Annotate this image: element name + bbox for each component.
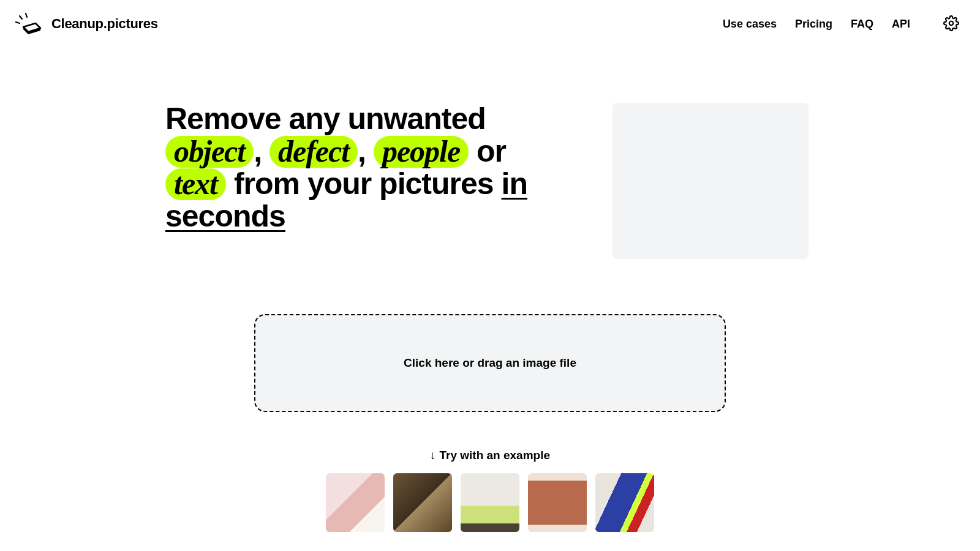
headline-sep2: , [358,134,374,168]
logo-group: Cleanup.pictures [12,12,158,36]
example-thumb-room[interactable] [461,473,519,532]
dropzone-label: Click here or drag an image file [404,356,576,370]
hero: Remove any unwanted object, defect, peop… [165,103,815,259]
example-thumbnails [165,473,815,532]
highlight-defect: defect [270,136,358,168]
main: Remove any unwanted object, defect, peop… [165,48,815,532]
gear-icon [943,15,959,33]
examples-section: ↓ Try with an example [165,449,815,532]
example-thumb-jacket[interactable] [528,473,587,532]
examples-heading: ↓ Try with an example [430,449,550,462]
upload-dropzone[interactable]: Click here or drag an image file [254,314,726,412]
nav-api[interactable]: API [892,18,910,31]
examples-label-text: Try with an example [439,449,550,462]
nav-use-cases[interactable]: Use cases [723,18,777,31]
headline-pre: Remove any unwanted [165,102,486,136]
svg-point-3 [949,21,954,25]
nav-pricing[interactable]: Pricing [795,18,832,31]
nav-faq[interactable]: FAQ [851,18,873,31]
demo-preview-placeholder [612,103,809,259]
example-thumb-bag[interactable] [326,473,385,532]
headline: Remove any unwanted object, defect, peop… [165,103,557,232]
settings-button[interactable] [941,13,962,36]
example-thumb-desk[interactable] [393,473,452,532]
highlight-text: text [165,168,226,200]
arrow-down-icon: ↓ [430,449,436,462]
svg-line-2 [16,22,20,23]
svg-line-1 [20,16,22,19]
headline-mid: from your pictures [226,167,502,201]
headline-sep1: , [254,134,270,168]
svg-line-0 [26,13,27,17]
brand-name: Cleanup.pictures [51,16,158,32]
eraser-logo-icon [12,12,42,36]
header: Cleanup.pictures Use cases Pricing FAQ A… [0,0,980,48]
highlight-object: object [165,136,254,168]
highlight-people: people [374,136,469,168]
headline-sep3: or [469,134,506,168]
example-thumb-sneaker[interactable] [595,473,654,532]
main-nav: Use cases Pricing FAQ API [723,13,962,36]
